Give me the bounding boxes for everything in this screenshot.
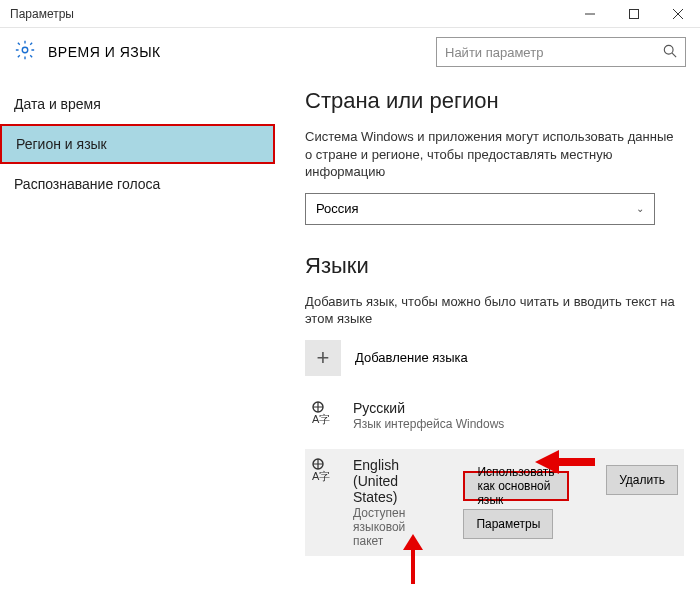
- sidebar: Дата и время Регион и язык Распознавание…: [0, 76, 275, 594]
- region-description: Система Windows и приложения могут испол…: [305, 128, 684, 181]
- search-icon: [663, 44, 677, 61]
- language-icon: A字: [309, 457, 339, 487]
- search-input[interactable]: Найти параметр: [436, 37, 686, 67]
- window-title: Параметры: [10, 7, 568, 21]
- header: ВРЕМЯ И ЯЗЫК Найти параметр: [0, 28, 700, 76]
- search-placeholder: Найти параметр: [445, 45, 663, 60]
- close-button[interactable]: [656, 0, 700, 28]
- sidebar-item-date-time[interactable]: Дата и время: [0, 84, 275, 124]
- gear-icon: [14, 39, 36, 65]
- languages-description: Добавить язык, чтобы можно было читать и…: [305, 293, 684, 328]
- chevron-down-icon: ⌄: [636, 203, 644, 214]
- languages-heading: Языки: [305, 253, 684, 279]
- language-icon: A字: [309, 400, 339, 430]
- set-default-button[interactable]: Использовать как основной язык: [463, 471, 568, 501]
- svg-text:A字: A字: [312, 470, 330, 482]
- content: Страна или регион Система Windows и прил…: [275, 76, 700, 594]
- titlebar: Параметры: [0, 0, 700, 28]
- language-sub: Доступен языковой пакет: [353, 506, 405, 548]
- region-dropdown[interactable]: Россия ⌄: [305, 193, 655, 225]
- region-heading: Страна или регион: [305, 88, 684, 114]
- sidebar-item-label: Регион и язык: [16, 136, 107, 152]
- svg-rect-1: [630, 9, 639, 18]
- language-sub: Язык интерфейса Windows: [353, 417, 504, 431]
- sidebar-item-label: Распознавание голоса: [14, 176, 160, 192]
- language-name: English (United States): [353, 457, 405, 505]
- page-title: ВРЕМЯ И ЯЗЫК: [48, 44, 424, 60]
- language-item-english-us[interactable]: A字 English (United States) Доступен язык…: [305, 449, 684, 556]
- svg-line-6: [672, 53, 676, 57]
- plus-icon: +: [305, 340, 341, 376]
- remove-language-button[interactable]: Удалить: [606, 465, 678, 495]
- sidebar-item-label: Дата и время: [14, 96, 101, 112]
- language-name: Русский: [353, 400, 504, 416]
- sidebar-item-speech[interactable]: Распознавание голоса: [0, 164, 275, 204]
- add-language-label: Добавление языка: [355, 350, 468, 365]
- add-language-row[interactable]: + Добавление языка: [305, 340, 684, 376]
- svg-point-4: [22, 47, 28, 53]
- language-item-russian[interactable]: A字 Русский Язык интерфейса Windows: [305, 394, 684, 437]
- sidebar-item-region-language[interactable]: Регион и язык: [0, 124, 275, 164]
- language-options-button[interactable]: Параметры: [463, 509, 553, 539]
- minimize-button[interactable]: [568, 0, 612, 28]
- maximize-button[interactable]: [612, 0, 656, 28]
- svg-text:A字: A字: [312, 413, 330, 425]
- region-selected: Россия: [316, 201, 359, 216]
- svg-point-5: [664, 45, 673, 54]
